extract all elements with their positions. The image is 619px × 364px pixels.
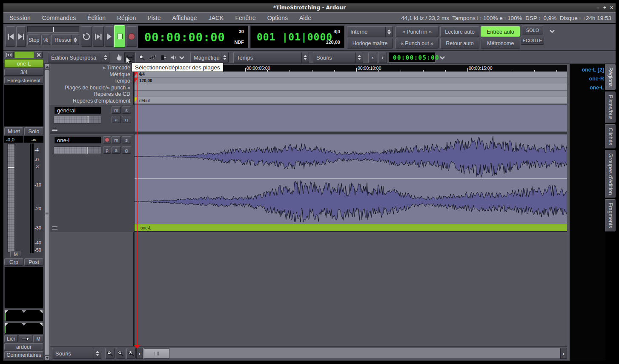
waveform-channel-right[interactable] [135, 179, 567, 224]
pan-link-direction-icon[interactable] [19, 335, 32, 342]
location-marker-ruler[interactable] [135, 97, 567, 104]
loop-punch-ruler[interactable] [135, 84, 567, 91]
region-list-item[interactable]: one-R [570, 76, 605, 85]
draw-automation-tool-button[interactable] [148, 52, 158, 63]
pan-link-button[interactable]: Lier [4, 335, 18, 342]
go-to-start-button[interactable] [6, 26, 15, 47]
global-solo-button[interactable]: SOLO [522, 26, 543, 34]
secondary-clock[interactable]: 001 |01|0000 4|4 120,00 [250, 26, 345, 48]
chevron-down-icon[interactable] [549, 28, 555, 32]
metering-point-button[interactable]: M [10, 251, 21, 257]
track-solo-button[interactable]: s [122, 136, 131, 143]
playhead[interactable] [137, 65, 138, 346]
auto-input-button[interactable]: Entrée auto [481, 26, 520, 37]
meter-ruler[interactable] [135, 72, 567, 78]
chevron-down-icon[interactable] [439, 54, 445, 58]
track-automation-button[interactable]: a [112, 146, 121, 154]
ruler-lane-label[interactable]: « Timecode [50, 65, 132, 72]
comments-button[interactable]: Commentaires [4, 351, 43, 359]
location-marker-label[interactable]: début [139, 98, 150, 103]
close-icon[interactable]: × [610, 5, 613, 11]
track-mute-button[interactable]: m [112, 106, 121, 114]
track-gain-fader[interactable] [54, 116, 101, 123]
strip-name-button[interactable]: one-L [4, 59, 43, 68]
record-button[interactable] [126, 26, 137, 47]
shuttle-stop-button[interactable]: Stop [27, 34, 40, 45]
track-mute-button[interactable]: m [112, 136, 121, 143]
scroll-down-icon[interactable] [44, 355, 50, 361]
menu-item[interactable]: Aide [299, 14, 311, 21]
auto-play-button[interactable]: Lecture auto [440, 26, 479, 37]
region-list-item[interactable]: one-L [2] [570, 67, 605, 76]
loop-button[interactable] [81, 26, 92, 47]
punch-out-button[interactable]: « Punch out » [395, 38, 438, 49]
menu-item[interactable]: JACK [209, 14, 224, 21]
nudge-back-button[interactable]: ‹ [368, 52, 377, 63]
track-gain-fader[interactable] [54, 146, 101, 154]
tempo-ruler[interactable] [135, 78, 567, 84]
go-to-end-button[interactable] [16, 26, 26, 47]
tempo-marker-label[interactable]: 120,00 [139, 78, 152, 83]
mono-button[interactable]: M [33, 335, 43, 342]
horizontal-scrollbar-thumb[interactable] [144, 348, 169, 358]
panel-tab[interactable]: Clichés [605, 124, 616, 149]
strip-input-button[interactable]: 3/4 [4, 69, 43, 76]
track-group-button[interactable]: g [122, 116, 131, 123]
processor-box[interactable] [4, 85, 43, 126]
track-name-field[interactable]: général [54, 107, 101, 114]
meter-marker-label[interactable]: 4/4 [139, 72, 145, 77]
panel-tab[interactable]: Pistes/bus [605, 92, 616, 123]
output-button[interactable]: ardour [4, 343, 43, 350]
primary-clock[interactable]: 00:00:00:00 30 NDF [138, 26, 249, 48]
scroll-right-icon[interactable]: › [560, 348, 567, 359]
menu-item[interactable]: Fenêtre [235, 14, 255, 21]
play-button[interactable] [105, 26, 113, 47]
metronome-button[interactable]: Métronome [481, 38, 520, 49]
ruler-lane-label[interactable]: Tempo [50, 78, 132, 85]
close-strip-icon[interactable] [35, 52, 43, 58]
gain-value[interactable]: -0,0 [4, 136, 23, 143]
chevron-down-icon[interactable] [179, 54, 185, 58]
group-button[interactable]: Grp [4, 258, 23, 266]
track-name-field[interactable]: one-L [54, 137, 101, 144]
vertical-scrollbar-thumb[interactable] [44, 69, 50, 355]
sidebar-range-icon[interactable] [5, 52, 14, 58]
auto-return-button[interactable]: Retour auto [440, 38, 479, 49]
region-list-item[interactable]: one-L [570, 85, 605, 94]
solo-button[interactable]: Solo [24, 127, 43, 135]
minimize-icon[interactable]: – [596, 5, 599, 11]
timefx-tool-button[interactable] [159, 52, 169, 63]
panel-tab[interactable]: Régions [605, 64, 616, 90]
panel-tab[interactable]: Fragments [605, 199, 616, 232]
play-selection-button[interactable] [93, 26, 104, 47]
menu-item[interactable]: Options [267, 14, 288, 21]
zoom-tool-button[interactable] [137, 52, 147, 63]
maximize-icon[interactable]: + [603, 5, 606, 11]
scroll-up-icon[interactable] [44, 64, 50, 69]
zoom-in-button[interactable] [116, 348, 125, 359]
waveform-channel-left[interactable] [135, 135, 567, 178]
track-playlist-button[interactable]: p [103, 146, 111, 154]
grid-unit-select[interactable]: Temps [233, 52, 309, 63]
ruler-lane-label[interactable]: Plages de boucle/« punch » [50, 85, 132, 92]
gain-fader[interactable] [7, 143, 15, 252]
zoom-out-button[interactable] [105, 348, 115, 359]
cd-marker-ruler[interactable] [135, 91, 567, 97]
shuttle-mode-select[interactable]: Ressort [51, 34, 79, 45]
strip-record-button[interactable]: Enregistrement [4, 77, 43, 84]
peak-value[interactable]: -∞ [24, 136, 43, 143]
menu-item[interactable]: Commandes [42, 14, 76, 21]
object-tool-button[interactable] [113, 52, 123, 63]
menu-item[interactable]: Piste [147, 14, 160, 21]
shuttle-percent-button[interactable]: % [41, 34, 50, 45]
pan-control-2[interactable] [4, 322, 43, 334]
bus-track-lane[interactable] [135, 105, 567, 132]
mute-button[interactable]: Muet [4, 127, 23, 135]
horizontal-scrollbar[interactable] [136, 348, 567, 359]
track-resize-grip[interactable] [52, 128, 57, 131]
shuttle-slider[interactable] [27, 26, 79, 33]
fader-handle[interactable] [8, 167, 14, 168]
panel-tab[interactable]: Groupes d'édition [605, 150, 616, 198]
nudge-forward-button[interactable]: › [378, 52, 387, 63]
stop-button[interactable] [114, 25, 125, 48]
